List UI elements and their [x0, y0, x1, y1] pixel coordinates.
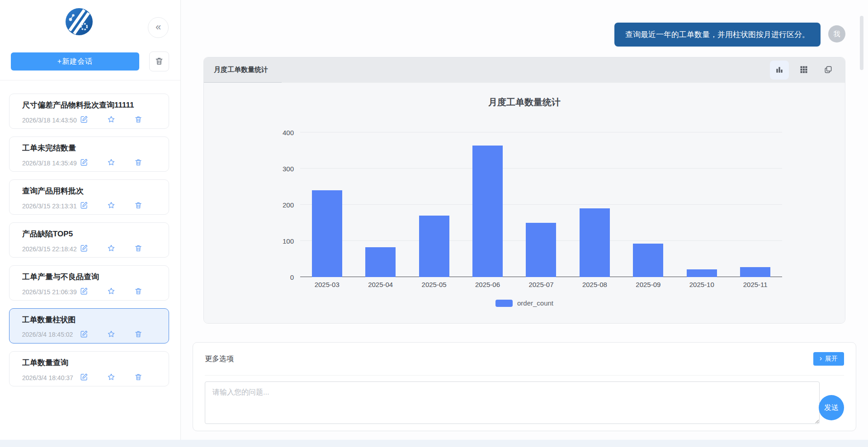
- chart-card-header: 月度工单数量统计: [204, 57, 845, 83]
- bar-slot: [675, 269, 728, 277]
- star-icon: [107, 158, 115, 168]
- clear-sessions-button[interactable]: [149, 52, 169, 71]
- session-meta: 2026/3/18 14:43:50: [22, 115, 161, 125]
- session-meta: 2026/3/4 18:45:02: [22, 330, 162, 339]
- session-edit-button[interactable]: [80, 287, 88, 296]
- table-grid-icon: [799, 65, 808, 75]
- session-delete-button[interactable]: [134, 201, 142, 211]
- chevron-right-icon: ›: [820, 355, 822, 363]
- session-edit-button[interactable]: [80, 158, 88, 168]
- session-favorite-button[interactable]: [107, 373, 115, 382]
- trash-icon: [155, 56, 164, 67]
- bar: [740, 267, 770, 277]
- session-favorite-button[interactable]: [107, 115, 115, 125]
- x-axis-tick-label: 2025-07: [514, 281, 568, 288]
- session-time: 2026/3/4 18:45:02: [22, 331, 80, 338]
- session-time: 2026/3/15 22:18:42: [22, 245, 80, 253]
- copy-button[interactable]: [819, 61, 838, 80]
- y-axis-tick-label: 0: [290, 273, 294, 281]
- session-delete-button[interactable]: [134, 287, 142, 296]
- session-item[interactable]: 工单未完结数量 2026/3/18 14:35:49: [9, 136, 169, 172]
- session-item[interactable]: 产品缺陷TOP5 2026/3/15 22:18:42: [9, 222, 169, 258]
- session-meta: 2026/3/15 22:18:42: [22, 244, 161, 254]
- session-item[interactable]: 工单产量与不良品查询 2026/3/15 21:06:39: [9, 265, 169, 301]
- session-meta: 2026/3/18 14:35:49: [22, 158, 161, 168]
- session-edit-button[interactable]: [80, 330, 88, 339]
- session-edit-button[interactable]: [80, 373, 88, 382]
- trash-icon: [134, 287, 142, 296]
- chart-view-button[interactable]: [770, 61, 789, 80]
- bar: [365, 247, 396, 277]
- question-input[interactable]: [205, 381, 820, 424]
- session-delete-button[interactable]: [134, 330, 142, 339]
- trash-icon: [134, 330, 142, 339]
- session-meta: 2026/3/4 18:40:37: [22, 373, 161, 382]
- bar-slot: [568, 208, 621, 277]
- bar-slot: [729, 267, 782, 277]
- legend-label: order_count: [517, 299, 553, 307]
- footer-strip: [0, 440, 868, 447]
- user-message-bubble: 查询最近一年的工单数量，并用柱状图按月进行区分。: [614, 23, 821, 47]
- session-edit-button[interactable]: [80, 115, 88, 125]
- edit-icon: [80, 115, 88, 125]
- chart-card-body: 月度工单数量统计 0100200300400 2025-032025-04202…: [204, 83, 845, 323]
- bar: [580, 208, 610, 277]
- session-favorite-button[interactable]: [107, 201, 115, 211]
- session-delete-button[interactable]: [134, 244, 142, 254]
- chevrons-left-icon: «: [156, 22, 161, 32]
- chart-title: 月度工单数量统计: [204, 95, 845, 109]
- composer-divider: [205, 375, 844, 376]
- session-favorite-button[interactable]: [107, 244, 115, 254]
- session-favorite-button[interactable]: [107, 287, 115, 296]
- more-options-label: 更多选项: [205, 354, 234, 364]
- sidebar-actions: +新建会话: [0, 52, 180, 71]
- session-delete-button[interactable]: [134, 158, 142, 168]
- session-delete-button[interactable]: [134, 373, 142, 382]
- collapse-sidebar-button[interactable]: «: [148, 17, 169, 38]
- x-axis-labels: 2025-032025-042025-052025-062025-072025-…: [300, 281, 782, 288]
- session-item[interactable]: 查询产品用料批次 2026/3/15 23:13:31: [9, 179, 169, 215]
- session-item[interactable]: 工单数量柱状图 2026/3/4 18:45:02: [9, 308, 169, 343]
- session-item[interactable]: 尺寸偏差产品物料批次查询11111 2026/3/18 14:43:50: [9, 94, 169, 129]
- expand-button[interactable]: › 展开: [813, 352, 844, 366]
- bar-slot: [622, 244, 675, 277]
- app-window: « +新建会话 尺寸偏差产品物料批次查询11111 2026/3/18 14:4…: [0, 0, 868, 447]
- send-button[interactable]: 发送: [819, 395, 844, 420]
- session-edit-button[interactable]: [80, 244, 88, 254]
- session-edit-button[interactable]: [80, 201, 88, 211]
- session-list: 尺寸偏差产品物料批次查询11111 2026/3/18 14:43:50: [0, 80, 180, 447]
- x-axis-tick-label: 2025-04: [354, 281, 407, 288]
- bar-slot: [461, 146, 514, 277]
- copy-icon: [824, 65, 833, 75]
- y-axis-tick-label: 200: [283, 201, 294, 209]
- session-time: 2026/3/15 21:06:39: [22, 288, 80, 296]
- bar: [633, 244, 663, 277]
- chart-legend[interactable]: order_count: [204, 299, 845, 307]
- user-avatar: 我: [828, 25, 845, 42]
- session-favorite-button[interactable]: [107, 330, 115, 339]
- bar-slot: [354, 247, 407, 277]
- trash-icon: [134, 115, 142, 125]
- trash-icon: [134, 373, 142, 382]
- star-icon: [107, 115, 115, 125]
- bar-chart-plot: 0100200300400: [300, 132, 782, 277]
- session-favorite-button[interactable]: [107, 158, 115, 168]
- star-icon: [107, 201, 115, 211]
- table-view-button[interactable]: [794, 61, 813, 80]
- x-axis-tick-label: 2025-03: [300, 281, 354, 288]
- session-delete-button[interactable]: [134, 115, 142, 125]
- session-time: 2026/3/18 14:43:50: [22, 117, 80, 124]
- y-axis-tick-label: 400: [283, 129, 294, 136]
- bar: [472, 146, 503, 277]
- bar: [526, 223, 556, 277]
- x-axis-tick-label: 2025-11: [729, 281, 782, 288]
- sidebar: « +新建会话 尺寸偏差产品物料批次查询11111 2026/3/18 14:4…: [0, 0, 181, 447]
- legend-swatch: [495, 300, 513, 307]
- session-item[interactable]: 工单数量查询 2026/3/4 18:40:37: [9, 351, 169, 386]
- bar-chart-icon: [775, 65, 784, 75]
- chart-card-tab[interactable]: 月度工单数量统计: [204, 57, 282, 83]
- y-axis-tick-label: 100: [283, 237, 294, 245]
- vertical-scrollbar[interactable]: [860, 16, 863, 70]
- new-session-button[interactable]: +新建会话: [11, 52, 139, 71]
- trash-icon: [134, 244, 142, 254]
